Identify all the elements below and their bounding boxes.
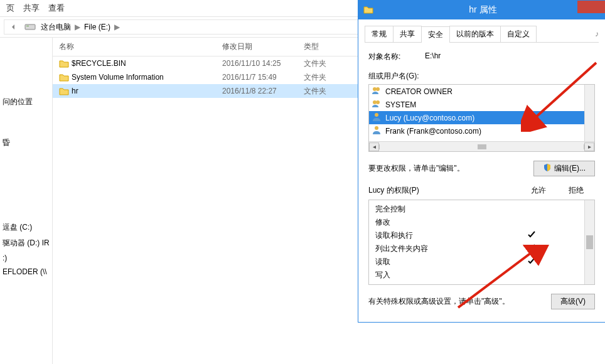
permission-row: 读取和执行 [369, 229, 594, 242]
permission-name: 写入 [375, 270, 513, 281]
scroll-left-icon[interactable]: ◂ [369, 142, 379, 151]
edit-button[interactable]: 编辑(E)... [533, 161, 595, 176]
nav-item[interactable]: EFLODER (\\ [0, 265, 52, 279]
folder-icon [59, 59, 69, 68]
security-tab-content: 对象名称: E:\hr 组或用户名(G): CREATOR OWNERSYSTE… [365, 43, 599, 316]
permission-name: 列出文件夹内容 [375, 244, 513, 254]
tab-general[interactable]: 常规 [365, 26, 394, 42]
user-row[interactable]: SYSTEM [369, 98, 594, 111]
scroll-right-icon[interactable]: ▸ [584, 142, 594, 151]
scrollbar-horizontal[interactable]: ◂ ▸ [369, 141, 594, 151]
user-icon [372, 126, 382, 136]
user-row[interactable]: Lucy (Lucy@contoso.com) [369, 111, 594, 124]
allow-header: 允许 [520, 185, 557, 196]
users-listbox[interactable]: CREATOR OWNERSYSTEMLucy (Lucy@contoso.co… [368, 84, 595, 152]
file-name: System Volume Information [72, 73, 164, 82]
nav-item[interactable]: 逗盘 (C:) [0, 220, 52, 235]
ribbon-tabs: 页 共享 查看 [0, 0, 364, 17]
svg-point-6 [375, 113, 378, 117]
col-date[interactable]: 修改日期 [216, 38, 297, 56]
tab-share[interactable]: 共享 [393, 26, 422, 42]
permission-name: 修改 [375, 217, 513, 228]
tab-custom[interactable]: 自定义 [500, 26, 537, 42]
user-row[interactable]: Frank (Frank@contoso.com) [369, 124, 594, 137]
group-icon [372, 99, 382, 110]
file-row[interactable]: System Volume Information2016/11/7 15:49… [53, 70, 364, 84]
disk-icon [24, 23, 36, 31]
permission-row: 列出文件夹内容 [369, 242, 594, 255]
user-row[interactable]: CREATOR OWNER [369, 85, 594, 98]
permissions-listbox: 完全控制修改读取和执行列出文件夹内容读取写入 [368, 200, 595, 285]
back-arrow-icon[interactable] [4, 20, 22, 34]
permission-row: 完全控制 [369, 203, 594, 216]
permission-name: 读取 [375, 257, 513, 267]
deny-header: 拒绝 [557, 185, 595, 196]
permission-row: 读取 [369, 255, 594, 269]
dialog-titlebar[interactable]: hr 属性 [358, 1, 605, 19]
edit-button-label: 编辑(E)... [554, 163, 586, 174]
nav-item [0, 110, 52, 135]
folder-icon [59, 87, 69, 95]
object-name-value: E:\hr [425, 51, 441, 62]
user-name: SYSTEM [385, 100, 416, 109]
col-name[interactable]: 名称 [53, 38, 216, 56]
permission-name: 读取和执行 [375, 230, 513, 241]
svg-rect-0 [25, 24, 35, 29]
svg-point-5 [376, 100, 380, 104]
edit-hint: 要更改权限，请单击"编辑"。 [368, 163, 527, 174]
close-button[interactable] [577, 1, 605, 13]
group-icon [372, 86, 382, 97]
properties-dialog: hr 属性 常规 共享 安全 以前的版本 自定义 ♪ 对象名称: E:\hr 组… [358, 0, 605, 323]
ribbon-tab-share[interactable]: 共享 [23, 3, 40, 14]
music-note-icon: ♪ [595, 29, 599, 38]
ribbon-tab-view[interactable]: 查看 [48, 3, 65, 14]
folder-icon [59, 73, 69, 82]
column-headers: 名称 修改日期 类型 [53, 38, 364, 56]
nav-item[interactable]: 问的位置 [0, 94, 52, 110]
chevron-right-icon: ▶ [75, 23, 80, 31]
user-icon [372, 112, 382, 123]
dialog-title: hr 属性 [378, 4, 587, 16]
nav-item[interactable]: 昏 [0, 135, 52, 151]
users-label: 组或用户名(G): [368, 71, 595, 82]
file-type: 文件夹 [297, 71, 341, 84]
user-name: CREATOR OWNER [385, 87, 452, 96]
breadcrumb-pc[interactable]: 这台电脑 [41, 22, 71, 33]
tab-security[interactable]: 安全 [421, 26, 450, 43]
file-name: hr [72, 87, 78, 95]
folder-icon [363, 5, 373, 16]
svg-point-7 [375, 126, 378, 130]
tab-strip: 常规 共享 安全 以前的版本 自定义 ♪ [365, 24, 599, 43]
allow-check [513, 244, 550, 254]
file-name: $RECYCLE.BIN [72, 59, 126, 68]
col-type[interactable]: 类型 [297, 38, 341, 56]
file-row[interactable]: $RECYCLE.BIN2016/11/10 14:25文件夹 [53, 56, 364, 70]
permission-row: 修改 [369, 216, 594, 229]
user-name: Lucy (Lucy@contoso.com) [385, 114, 474, 122]
nav-item[interactable]: :) [0, 251, 52, 265]
svg-point-3 [376, 87, 380, 91]
permissions-label: Lucy 的权限(P) [368, 185, 520, 196]
file-date: 2016/11/8 22:27 [216, 85, 297, 97]
svg-rect-1 [26, 26, 29, 26]
tab-previous[interactable]: 以前的版本 [449, 26, 501, 42]
object-name-label: 对象名称: [368, 51, 425, 62]
permission-name: 完全控制 [375, 204, 513, 215]
nav-item [0, 151, 52, 220]
scrollbar-vertical[interactable] [584, 85, 594, 141]
ribbon-tab-home[interactable]: 页 [6, 3, 14, 14]
advanced-button[interactable]: 高级(V) [551, 294, 595, 309]
file-row[interactable]: hr2016/11/8 22:27文件夹 [53, 84, 364, 98]
permission-row: 写入 [369, 269, 594, 282]
scrollbar-vertical[interactable] [584, 200, 594, 284]
breadcrumb[interactable]: 这台电脑 ▶ File (E:) ▶ [38, 22, 124, 33]
chevron-right-icon: ▶ [114, 23, 120, 31]
breadcrumb-drive[interactable]: File (E:) [84, 23, 110, 31]
allow-check [513, 257, 550, 267]
nav-item[interactable]: 驱动器 (D:) IR [0, 235, 52, 251]
file-type: 文件夹 [297, 57, 341, 70]
allow-check [513, 230, 550, 241]
nav-pane: 问的位置 昏 逗盘 (C:) 驱动器 (D:) IR :) EFLODER (\… [0, 38, 53, 364]
explorer-window: 页 共享 查看 这台电脑 ▶ File (E:) ▶ 问的位置 昏 逗盘 (C:… [0, 0, 364, 364]
advanced-hint: 有关特殊权限或高级设置，请单击"高级"。 [368, 296, 545, 307]
